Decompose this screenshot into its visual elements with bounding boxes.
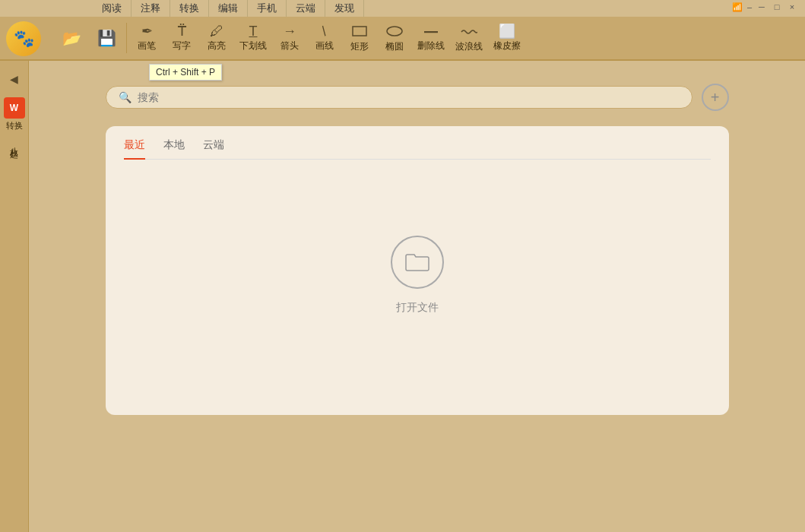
rect-icon	[352, 24, 367, 39]
minimize-button[interactable]: ─	[756, 2, 767, 12]
eraser-label: 橡皮擦	[493, 40, 521, 52]
search-icon: 🔍	[119, 91, 132, 103]
wavy-icon	[461, 24, 477, 39]
svg-point-1	[387, 27, 402, 36]
highlight-tool[interactable]: 🖊 高亮	[200, 19, 233, 57]
wavy-label: 波浪线	[455, 40, 483, 53]
ellipse-tool[interactable]: 椭圆	[378, 19, 411, 57]
underline-tool[interactable]: T 下划线	[235, 19, 271, 57]
empty-state: 打开文件	[124, 175, 711, 375]
menu-item-mobile[interactable]: 手机	[248, 0, 287, 17]
highlight-icon: 🖊	[210, 24, 223, 38]
convert-button[interactable]: W 转换	[1, 94, 28, 135]
close-button[interactable]: ×	[787, 2, 797, 12]
search-input[interactable]	[138, 91, 680, 103]
brush-label: 画笔	[138, 40, 156, 52]
svg-rect-0	[353, 27, 366, 36]
folder-icon	[404, 252, 430, 273]
divider-1	[126, 23, 127, 53]
rect-label: 矩形	[350, 40, 369, 53]
menu-item-convert[interactable]: 转换	[170, 0, 209, 17]
history-label: 八枚起	[8, 141, 20, 145]
save-button[interactable]: 💾	[90, 19, 123, 57]
line-label: 画线	[315, 40, 334, 52]
maximize-button[interactable]: □	[772, 2, 782, 12]
toolbar: 📂 💾 ✒ 画笔 T̈ 写字 🖊 高亮 T 下划线 → 箭头 / 画线 矩形 椭…	[0, 17, 805, 61]
menu-item-discover[interactable]: 发现	[325, 0, 364, 17]
line-icon: /	[319, 24, 329, 37]
eraser-tool[interactable]: ⬜ 橡皮擦	[489, 19, 525, 57]
tabs: 最近 本地 云端	[124, 138, 711, 160]
logo-icon: 🐾	[6, 21, 41, 56]
tab-local[interactable]: 本地	[163, 138, 185, 160]
highlight-label: 高亮	[208, 40, 226, 52]
menu-item-read[interactable]: 阅读	[93, 0, 132, 17]
brush-tool[interactable]: ✒ 画笔	[130, 19, 163, 57]
signal-icon: –	[747, 2, 752, 11]
convert-icon: W	[4, 97, 25, 119]
file-panel: 最近 本地 云端 打开文件	[106, 126, 729, 415]
convert-label: 转换	[6, 120, 23, 131]
brush-icon: ✒	[141, 24, 153, 38]
back-button[interactable]: ◀	[2, 67, 27, 91]
wavy-tool[interactable]: 波浪线	[451, 19, 487, 57]
arrow-icon: →	[283, 24, 296, 38]
add-button[interactable]: +	[702, 84, 729, 111]
empty-label: 打开文件	[396, 301, 439, 315]
window-controls: 📶 – ─ □ ×	[732, 2, 797, 12]
eraser-icon: ⬜	[499, 24, 515, 38]
arrow-tool[interactable]: → 箭头	[273, 19, 306, 57]
save-icon: 💾	[97, 30, 116, 46]
tab-recent[interactable]: 最近	[124, 138, 145, 160]
menu-item-cloud[interactable]: 云端	[287, 0, 325, 17]
write-label: 写字	[173, 40, 191, 52]
wifi-icon: 📶	[732, 2, 743, 12]
ellipse-icon	[386, 24, 403, 39]
open-icon: 📂	[62, 30, 81, 46]
menu-bar: 🐾 阅读 注释 转换 编辑 手机 云端 发现 📶 – ─ □ ×	[0, 0, 805, 17]
strikeout-tool[interactable]: — 删除线	[413, 19, 449, 57]
search-bar: 🔍 +	[106, 84, 729, 111]
rect-tool[interactable]: 矩形	[343, 19, 376, 57]
tab-cloud[interactable]: 云端	[203, 138, 224, 160]
strikeout-icon: —	[424, 24, 438, 38]
main-area: 🔍 + 最近 本地 云端 打开文件	[29, 61, 805, 532]
arrow-label: 箭头	[280, 40, 299, 52]
back-icon: ◀	[10, 73, 18, 85]
menu-item-edit[interactable]: 编辑	[209, 0, 248, 17]
underline-icon: T	[249, 24, 258, 38]
menu-item-annotate[interactable]: 注释	[132, 0, 170, 17]
search-input-wrap[interactable]: 🔍	[106, 86, 692, 109]
logo-button[interactable]: 🐾	[2, 17, 46, 61]
ellipse-label: 椭圆	[385, 40, 404, 53]
write-tool[interactable]: T̈ 写字	[165, 19, 198, 57]
side-panel: ◀ W 转换 八枚起	[0, 61, 29, 532]
write-icon: T̈	[178, 24, 186, 38]
open-file-button[interactable]: 📂	[55, 19, 88, 57]
folder-button[interactable]	[391, 236, 444, 289]
tooltip: Ctrl + Shift + P	[149, 64, 222, 81]
content-container: 🔍 + 最近 本地 云端 打开文件	[106, 84, 729, 415]
line-tool[interactable]: / 画线	[308, 19, 341, 57]
strikeout-label: 删除线	[417, 40, 445, 52]
underline-label: 下划线	[239, 40, 267, 52]
